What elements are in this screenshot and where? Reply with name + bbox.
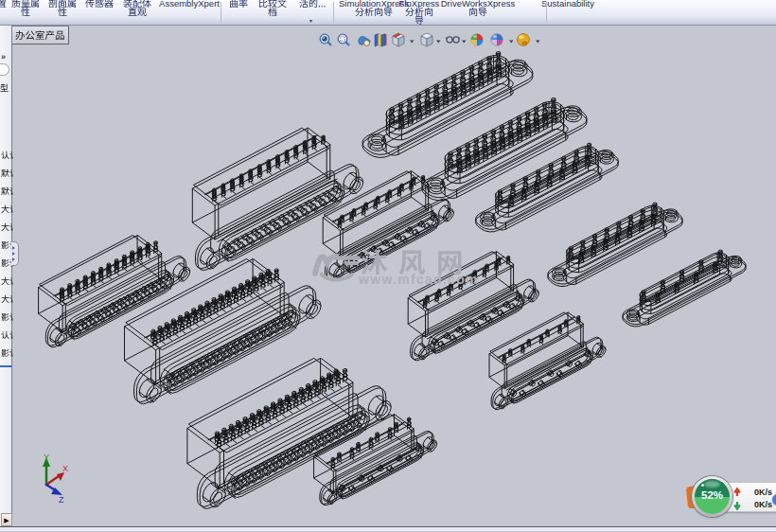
svg-text:X: X: [62, 464, 68, 473]
svg-text:Z: Z: [59, 495, 64, 505]
svg-text:Y: Y: [44, 452, 49, 462]
